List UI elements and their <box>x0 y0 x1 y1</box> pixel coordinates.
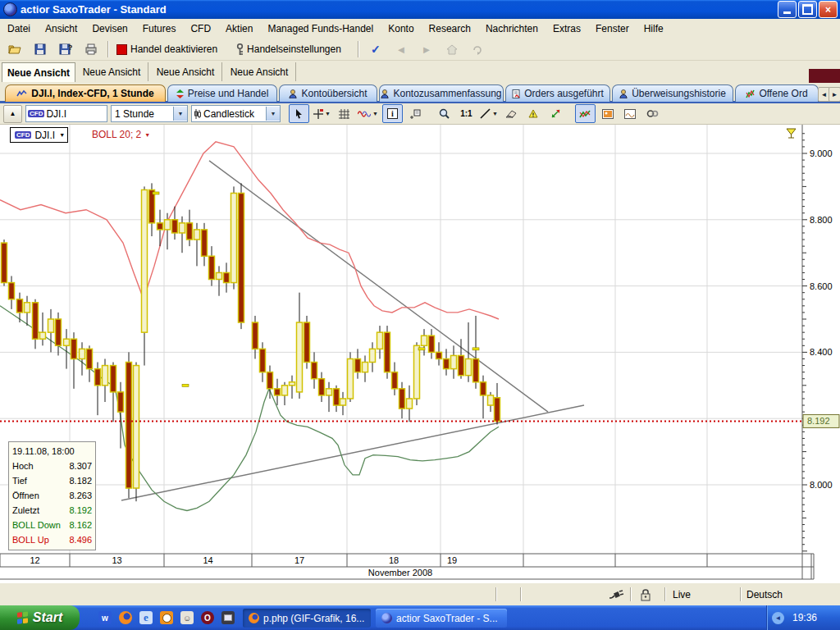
tab-preise-und-handel[interactable]: Preise und Handel <box>167 84 277 102</box>
show-desktop-icon[interactable] <box>221 611 235 624</box>
refresh-button[interactable] <box>466 40 489 58</box>
menu-research[interactable]: Research <box>422 21 478 37</box>
clock-app-icon[interactable] <box>160 611 173 624</box>
tab-kontouebersicht[interactable]: Kontoübersicht <box>279 84 377 102</box>
menu-devisen[interactable]: Devisen <box>84 21 135 37</box>
view-tab-4[interactable]: Neue Ansicht <box>223 62 296 81</box>
internet-explorer-icon[interactable]: e <box>139 611 153 624</box>
line-draw-tool-button[interactable]: ▼ <box>479 105 499 122</box>
view-tab-label: Neue Ansicht <box>157 66 215 78</box>
confirm-button[interactable]: ✓ <box>364 40 387 58</box>
tray-chevron-icon[interactable]: ◄ <box>772 612 784 624</box>
view-tab-1[interactable]: Neue Ansicht <box>2 62 75 82</box>
menu-aktien[interactable]: Aktien <box>218 21 260 37</box>
chart-type-select[interactable]: Candlestick ▼ <box>191 105 281 122</box>
tab-scroll-right-button[interactable]: ► <box>829 87 840 102</box>
dropdown-button[interactable]: ▼ <box>266 107 280 121</box>
start-button[interactable]: Start <box>0 605 80 630</box>
tab-label: Kontoübersicht <box>301 88 367 99</box>
app-icon <box>3 2 17 16</box>
task-button-saxotrader[interactable]: actior SaxoTrader - S... <box>376 609 507 628</box>
disable-trading-button[interactable]: Handel deaktivieren <box>114 40 220 58</box>
menu-cfd[interactable]: CFD <box>183 21 218 37</box>
annotation-tool-button[interactable] <box>406 105 425 122</box>
menu-nachrichten[interactable]: Nachrichten <box>478 21 546 37</box>
view-tab-label: Neue Ansicht <box>7 67 70 79</box>
cfd-badge: CFD <box>28 110 44 117</box>
tab-kontozusammenfassung[interactable]: Kontozusammenfassung <box>379 84 504 102</box>
menu-fenster[interactable]: Fenster <box>588 21 637 37</box>
folder-open-icon <box>8 43 22 55</box>
left-arrow-icon: ◄ <box>821 91 828 98</box>
chart-image-button[interactable] <box>599 105 618 122</box>
menu-extras[interactable]: Extras <box>546 21 588 37</box>
forward-button[interactable]: ► <box>415 40 438 58</box>
close-button[interactable]: × <box>819 1 838 18</box>
tab-ueberweisungshistorie[interactable]: Überweisungshistorie <box>612 84 733 102</box>
image-icon <box>602 109 614 119</box>
link-button[interactable] <box>643 105 662 122</box>
tab-label: Orders ausgeführt <box>524 88 604 99</box>
expand-tool-button[interactable] <box>546 105 565 122</box>
period-select[interactable]: 1 Stunde ▼ <box>111 105 188 122</box>
person-icon <box>619 89 628 98</box>
print-button[interactable] <box>80 40 103 58</box>
trade-settings-button[interactable]: Handelseinstellungen <box>234 40 344 58</box>
symbol-input[interactable]: CFD DJI.I <box>25 105 107 122</box>
firefox-icon[interactable] <box>119 611 132 624</box>
indicator-text: BOLL 20; 2 <box>92 129 141 140</box>
menu-konto[interactable]: Konto <box>381 21 421 37</box>
menu-futures[interactable]: Futures <box>135 21 184 37</box>
chart-symbol-selector[interactable]: CFD DJI.I ▼ <box>10 127 68 143</box>
view-tab-2[interactable]: Neue Ansicht <box>75 62 148 81</box>
tab-label: Offene Ord <box>759 88 807 99</box>
tab-offene-orders[interactable]: Offene Ord <box>735 84 819 102</box>
indicators-button[interactable] <box>575 104 596 123</box>
connection-status: Live <box>673 589 691 600</box>
grid-tool-button[interactable] <box>335 105 354 122</box>
menu-hilfe[interactable]: Hilfe <box>637 21 671 37</box>
svg-text:November 2008: November 2008 <box>368 568 432 578</box>
maximize-button[interactable] <box>798 1 817 18</box>
svg-text:8.400: 8.400 <box>810 347 833 357</box>
tooltip-label: Öffnen <box>12 491 39 500</box>
stop-square-icon <box>116 44 127 55</box>
open-button[interactable] <box>3 40 26 58</box>
language-indicator[interactable]: Deutsch <box>746 589 783 600</box>
task-label: actior SaxoTrader - S... <box>396 613 498 624</box>
app-window-icon[interactable]: w <box>98 611 112 624</box>
svg-text:17: 17 <box>294 555 304 565</box>
home-button[interactable] <box>441 40 463 58</box>
menu-ansicht[interactable]: Ansicht <box>38 21 84 37</box>
magnifier-icon <box>439 108 450 119</box>
collapse-panel-button[interactable]: ▲ <box>3 105 22 123</box>
view-tab-3[interactable]: Neue Ansicht <box>149 62 222 81</box>
alarm-tool-button[interactable] <box>524 105 543 122</box>
save-as-button[interactable]: ? <box>54 40 77 58</box>
close-icon: × <box>825 4 831 16</box>
price-chart[interactable]: 121314171819November 20089.0008.8008.600… <box>0 125 840 582</box>
messenger-icon[interactable]: ☺ <box>180 611 194 624</box>
tooltip-row-hoch: Hoch 8.307 <box>12 459 92 473</box>
task-button-browser[interactable]: p.php (GIF-Grafik, 16... <box>243 609 371 628</box>
one-to-one-button[interactable]: 1:1 <box>457 105 476 122</box>
minimize-button[interactable] <box>778 1 797 18</box>
opera-icon[interactable]: O <box>201 611 214 624</box>
menu-datei[interactable]: Datei <box>0 21 38 37</box>
back-button[interactable]: ◄ <box>390 40 413 58</box>
dropdown-button[interactable]: ▼ <box>173 107 187 121</box>
save-button[interactable] <box>29 40 52 58</box>
tooltip-row-tief: Tief 8.182 <box>12 473 92 488</box>
indicator-label[interactable]: BOLL 20; 2 ▼ <box>92 129 150 140</box>
cursor-tool-button[interactable] <box>289 104 309 123</box>
zoom-tool-button[interactable] <box>435 105 454 122</box>
info-tool-button[interactable]: i <box>382 104 403 123</box>
menu-managed-funds[interactable]: Managed Funds-Handel <box>260 21 381 37</box>
tab-orders-ausgefuehrt[interactable]: Orders ausgeführt <box>505 84 610 102</box>
chart-image-alt-button[interactable] <box>621 105 640 122</box>
indicator-wave-tool-button[interactable]: ▼ <box>357 105 379 122</box>
eraser-tool-button[interactable] <box>502 105 521 122</box>
svg-text:8.192: 8.192 <box>807 416 830 426</box>
crosshair-tool-button[interactable]: ▼ <box>313 105 331 122</box>
tab-chart-dji[interactable]: DJI.I, Index-CFD, 1 Stunde <box>5 84 166 102</box>
